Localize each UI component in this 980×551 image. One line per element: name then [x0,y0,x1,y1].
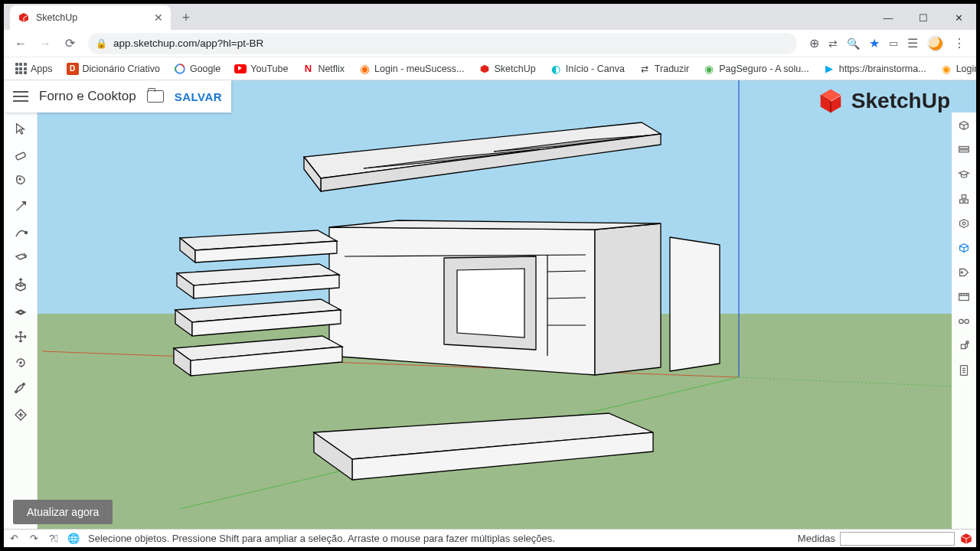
tool-palette [4,112,38,529]
panel-styles-icon[interactable] [953,236,975,259]
pushpull-tool[interactable] [7,272,34,298]
rotate-tool[interactable] [7,350,34,376]
panel-entity-info-icon[interactable] [953,114,975,137]
panel-tags-icon[interactable] [953,261,975,284]
eraser-tool[interactable] [7,142,34,168]
panel-materials-icon[interactable] [953,212,975,235]
panel-display-icon[interactable] [953,310,975,333]
bookmark-item[interactable]: DDicionário Criativo [62,60,165,77]
sketchup-app: Forno e Cooktop SALVAR SketchUp [4,80,976,547]
address-bar[interactable]: 🔒 app.sketchup.com/app?hl=pt-BR [88,33,797,54]
reading-list-icon[interactable]: ☰ [907,36,918,51]
url-text: app.sketchup.com/app?hl=pt-BR [113,37,263,49]
sketchup-favicon-icon [18,11,30,24]
bookmark-item[interactable]: Google [169,60,225,77]
nav-forward-button[interactable]: → [34,33,56,54]
svg-point-3 [24,232,27,234]
bookmark-item[interactable]: YouTube [230,60,292,77]
bookmark-item[interactable]: SketchUp [474,60,541,77]
lock-icon: 🔒 [96,38,107,49]
bookmark-item[interactable]: ▶https://brainstorma... [818,60,931,77]
panel-location-icon[interactable] [953,334,975,357]
browser-tab[interactable]: SketchUp ✕ [10,5,171,30]
browser-toolbar: ← → ⟳ 🔒 app.sketchup.com/app?hl=pt-BR ⊕ … [4,30,976,57]
svg-point-12 [959,319,963,323]
svg-point-5 [15,391,16,393]
save-button[interactable]: SALVAR [175,90,222,103]
sketchup-logo-icon [816,86,845,116]
redo-icon[interactable]: ↷ [24,533,44,544]
profile-avatar-icon[interactable] [927,35,944,52]
svg-rect-7 [959,147,969,149]
tape-tool[interactable] [7,402,34,428]
measurements-input[interactable] [840,532,955,546]
tray-panel [952,112,976,529]
svg-point-2 [19,178,21,180]
app-header: Forno e Cooktop SALVAR [4,80,231,112]
svg-point-9 [962,222,965,225]
update-button[interactable]: Atualizar agora [13,500,113,524]
select-tool[interactable] [7,116,34,142]
panel-learn-icon[interactable] [953,163,975,186]
measurements-label: Medidas [793,533,840,544]
paint-tool[interactable] [7,168,34,194]
panel-components-icon[interactable] [953,187,975,210]
bookmark-item[interactable]: ◉PagSeguro - A solu... [698,60,813,77]
bookmark-item[interactable]: NNetflix [297,60,349,77]
help-icon[interactable]: ?⃝ [44,533,64,544]
sketchup-small-icon[interactable] [959,532,973,546]
line-tool[interactable] [7,194,34,220]
window-close-icon[interactable]: ✕ [941,5,976,30]
language-icon[interactable]: 🌐 [64,533,83,544]
tab-title: SketchUp [36,12,77,23]
svg-marker-32 [457,269,524,337]
menu-kebab-icon[interactable]: ⋮ [953,36,965,51]
bookmark-star-icon[interactable]: ★ [869,36,880,51]
svg-point-10 [961,272,962,273]
move-tool[interactable] [7,324,34,350]
rectangle-tool[interactable] [7,246,34,272]
brand-logo: SketchUp [816,86,950,116]
bookmark-apps[interactable]: Apps [10,60,57,77]
browser-tabstrip: SketchUp ✕ + — ☐ ✕ [4,4,976,30]
folder-icon[interactable] [147,90,164,103]
viewport-3d[interactable] [4,80,976,528]
nav-back-button[interactable]: ← [10,33,31,54]
undo-icon[interactable]: ↶ [4,533,24,544]
menu-icon[interactable] [13,91,28,102]
panel-outliner-icon[interactable] [953,359,975,382]
arc-tool[interactable] [7,220,34,246]
status-hint: Selecione objetos. Pressione Shift para … [83,533,793,544]
nav-reload-button[interactable]: ⟳ [59,33,80,54]
bookmarks-bar: Apps DDicionário Criativo Google YouTube… [4,57,976,80]
svg-point-13 [965,319,969,323]
svg-marker-28 [595,223,661,375]
svg-marker-26 [670,237,720,371]
svg-line-19 [739,377,953,386]
bookmark-item[interactable]: ◐Início - Canva [545,60,629,77]
window-maximize-icon[interactable]: ☐ [906,5,941,30]
new-tab-button[interactable]: + [175,7,197,28]
panel-scenes-icon[interactable] [953,285,975,308]
window-minimize-icon[interactable]: — [871,5,906,30]
svg-rect-8 [959,150,969,152]
scale-tool[interactable] [7,376,34,402]
tab-close-icon[interactable]: ✕ [154,11,163,24]
bookmark-item[interactable]: ◉Login - meuSucess... [354,60,469,77]
svg-rect-1 [15,152,25,161]
status-bar: ↶ ↷ ?⃝ 🌐 Selecione objetos. Pressione Sh… [4,529,976,547]
svg-point-6 [22,383,24,385]
file-title: Forno e Cooktop [39,89,136,104]
bookmark-item[interactable]: ◉Login [936,60,976,77]
translate-icon[interactable]: ⇄ [828,37,838,50]
reader-icon[interactable]: ▭ [889,37,898,49]
svg-point-4 [20,362,21,364]
bookmark-item[interactable]: ⇄Traduzir [634,60,694,77]
zoom-icon[interactable]: 🔍 [847,37,860,50]
svg-marker-29 [329,220,661,230]
panel-instructor-icon[interactable] [953,139,975,161]
offset-tool[interactable] [7,298,34,324]
zoom-add-icon[interactable]: ⊕ [809,36,819,51]
